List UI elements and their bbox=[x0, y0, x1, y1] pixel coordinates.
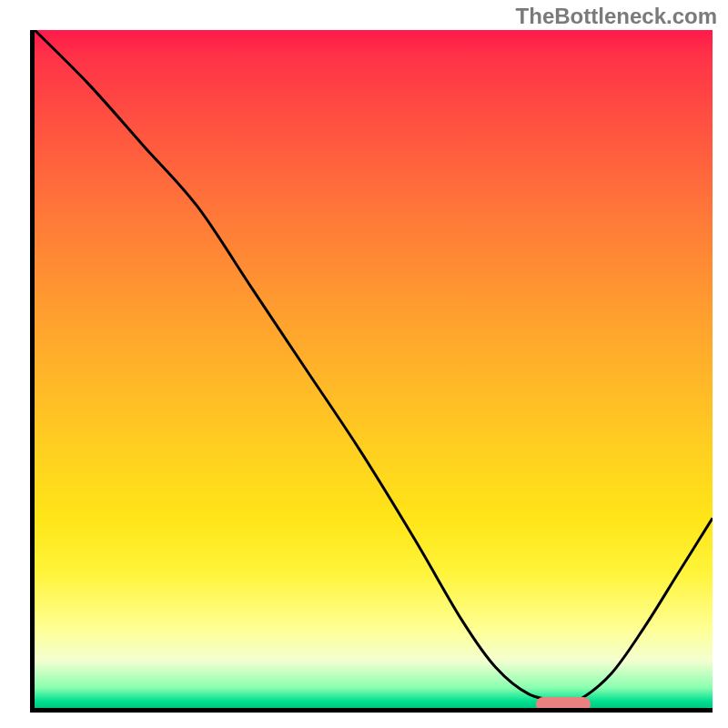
bottleneck-curve bbox=[35, 30, 713, 703]
curve-svg bbox=[35, 30, 713, 708]
watermark-text: TheBottleneck.com bbox=[516, 4, 717, 29]
chart-container: TheBottleneck.com bbox=[0, 0, 728, 728]
plot-area bbox=[30, 30, 713, 713]
optimal-marker bbox=[536, 697, 591, 712]
